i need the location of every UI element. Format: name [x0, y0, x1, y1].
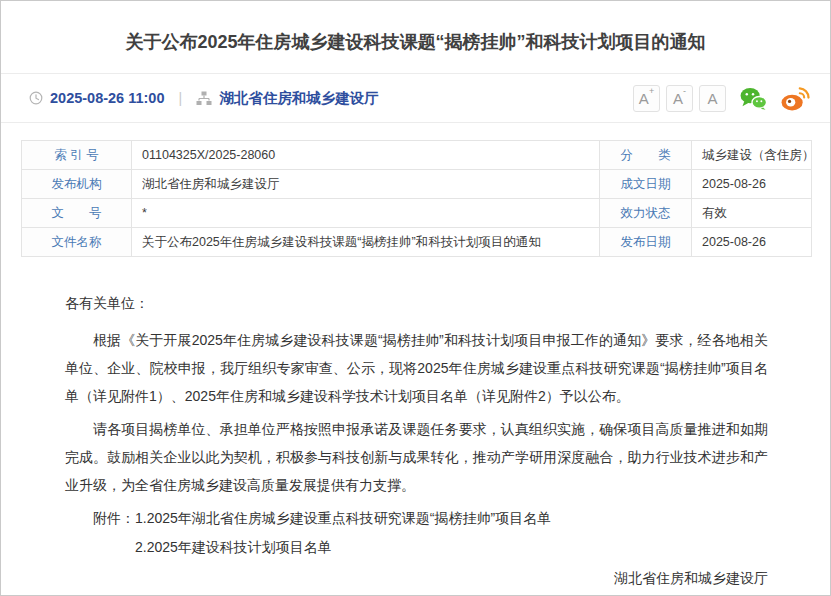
notice-detail-page: 关于公布2025年住房城乡建设科技课题“揭榜挂帅”和科技计划项目的通知 2025… — [0, 0, 831, 596]
attachment-item-1: 1.2025年湖北省住房城乡建设重点科技研究课题“揭榜挂帅”项目名单 — [135, 510, 551, 526]
page-title: 关于公布2025年住房城乡建设科技课题“揭榜挂帅”和科技计划项目的通知 — [1, 1, 830, 55]
field-value-publish-date: 2025-08-26 — [692, 228, 812, 257]
field-value-validity-status: 有效 — [692, 199, 812, 228]
attachment-line: 附件：1.2025年湖北省住房城乡建设重点科技研究课题“揭榜挂帅”项目名单 — [65, 504, 768, 532]
weibo-share-icon[interactable] — [781, 86, 810, 111]
sitemap-icon — [196, 91, 212, 106]
field-label-issuing-agency: 发布机构 — [22, 170, 132, 199]
field-value-category: 城乡建设（含住房） — [692, 141, 812, 170]
meta-actions: A+ A- A — [627, 85, 810, 112]
meta-info: 2025-08-26 11:00 | 湖北省住房和城乡建设厅 — [29, 89, 379, 108]
font-size-increase-sup: + — [649, 86, 654, 96]
field-label-doc-title: 文件名称 — [22, 228, 132, 257]
clock-icon — [29, 91, 43, 105]
table-row: 索 引 号 01104325X/2025-28060 分 类 城乡建设（含住房） — [22, 141, 812, 170]
field-value-doc-number: * — [132, 199, 600, 228]
field-value-index-number: 01104325X/2025-28060 — [132, 141, 600, 170]
publish-time: 2025-08-26 11:00 — [50, 90, 165, 106]
font-size-increase-button[interactable]: A+ — [633, 85, 660, 112]
field-label-doc-number: 文 号 — [22, 199, 132, 228]
wechat-share-icon[interactable] — [740, 87, 767, 110]
salutation: 各有关单位： — [65, 289, 768, 317]
font-size-decrease-label: A — [673, 90, 683, 107]
font-size-default-label: A — [707, 90, 717, 107]
field-label-category: 分 类 — [600, 141, 692, 170]
field-value-doc-title: 关于公布2025年住房城乡建设科技课题“揭榜挂帅”和科技计划项目的通知 — [132, 228, 600, 257]
body-paragraph: 根据《关于开展2025年住房城乡建设科技课题“揭榜挂帅”和科技计划项目申报工作的… — [65, 326, 768, 410]
source-link[interactable]: 湖北省住房和城乡建设厅 — [219, 89, 379, 108]
body-paragraph: 请各项目揭榜单位、承担单位严格按照申报承诺及课题任务要求，认真组织实施，确保项目… — [65, 415, 768, 499]
meta-bar: 2025-08-26 11:00 | 湖北省住房和城乡建设厅 A+ A- A — [1, 73, 830, 123]
font-size-decrease-button[interactable]: A- — [666, 85, 693, 112]
field-label-validity-status: 效力状态 — [600, 199, 692, 228]
table-row: 文件名称 关于公布2025年住房城乡建设科技课题“揭榜挂帅”和科技计划项目的通知… — [22, 228, 812, 257]
table-row: 文 号 * 效力状态 有效 — [22, 199, 812, 228]
field-label-written-date: 成文日期 — [600, 170, 692, 199]
field-label-publish-date: 发布日期 — [600, 228, 692, 257]
font-size-decrease-sup: - — [683, 86, 686, 96]
field-value-issuing-agency: 湖北省住房和城乡建设厅 — [132, 170, 600, 199]
field-label-index-number: 索 引 号 — [22, 141, 132, 170]
font-size-default-button[interactable]: A — [699, 85, 726, 112]
meta-separator: | — [179, 90, 183, 106]
field-value-written-date: 2025-08-26 — [692, 170, 812, 199]
attachments-label: 附件： — [93, 510, 135, 526]
article-body: 各有关单位： 根据《关于开展2025年住房城乡建设科技课题“揭榜挂帅”和科技计划… — [1, 257, 830, 596]
document-info-table: 索 引 号 01104325X/2025-28060 分 类 城乡建设（含住房）… — [21, 140, 812, 257]
signature: 湖北省住房和城乡建设厅 — [65, 564, 768, 592]
attachment-item-2: 2.2025年建设科技计划项目名单 — [65, 533, 768, 561]
table-row: 发布机构 湖北省住房和城乡建设厅 成文日期 2025-08-26 — [22, 170, 812, 199]
font-size-increase-label: A — [639, 90, 649, 107]
